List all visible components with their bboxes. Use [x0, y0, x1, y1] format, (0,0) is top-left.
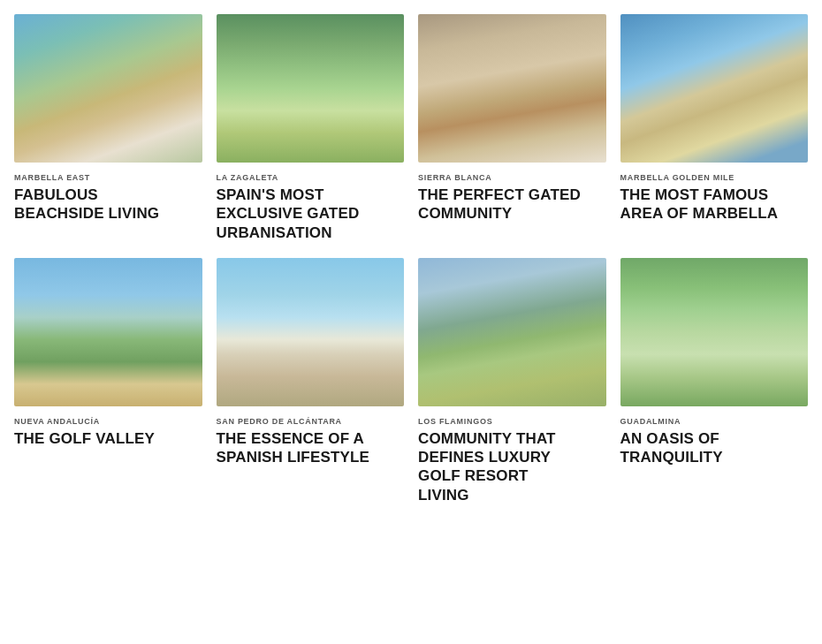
card-title-san-pedro: THE ESSENCE OF ASPANISH LIFESTYLE — [217, 429, 405, 467]
card-area-san-pedro: SAN PEDRO DE ALCÁNTARA — [217, 417, 405, 426]
card-marbella-east[interactable]: MARBELLA EASTFABULOUSBEACHSIDE LIVING — [14, 14, 202, 242]
card-guadalmina[interactable]: GUADALMINAAN OASIS OFTRANQUILITY — [620, 258, 809, 504]
card-la-zagaleta[interactable]: LA ZAGALETASPAIN'S MOSTEXCLUSIVE GATEDUR… — [217, 14, 405, 242]
card-image-los-flamingos — [418, 258, 606, 406]
card-text-la-zagaleta: LA ZAGALETASPAIN'S MOSTEXCLUSIVE GATEDUR… — [217, 171, 405, 242]
card-text-san-pedro: SAN PEDRO DE ALCÁNTARATHE ESSENCE OF ASP… — [217, 415, 405, 467]
card-area-marbella-golden-mile: MARBELLA GOLDEN MILE — [620, 173, 809, 182]
card-text-los-flamingos: LOS FLAMINGOSCOMMUNITY THATDEFINES LUXUR… — [418, 415, 606, 504]
card-title-guadalmina: AN OASIS OFTRANQUILITY — [620, 429, 809, 467]
card-image-nueva-andalucia — [14, 258, 202, 406]
card-area-marbella-east: MARBELLA EAST — [14, 173, 202, 182]
card-image-guadalmina — [620, 258, 809, 406]
property-grid: MARBELLA EASTFABULOUSBEACHSIDE LIVINGLA … — [14, 14, 808, 504]
card-text-guadalmina: GUADALMINAAN OASIS OFTRANQUILITY — [620, 415, 809, 467]
card-image-marbella-golden-mile — [620, 14, 809, 163]
card-nueva-andalucia[interactable]: NUEVA ANDALUCÍATHE GOLF VALLEY — [14, 258, 202, 504]
card-area-sierra-blanca: SIERRA BLANCA — [418, 173, 606, 182]
card-title-marbella-east: FABULOUSBEACHSIDE LIVING — [14, 186, 202, 224]
card-area-la-zagaleta: LA ZAGALETA — [217, 173, 405, 182]
card-area-los-flamingos: LOS FLAMINGOS — [418, 417, 606, 426]
card-title-nueva-andalucia: THE GOLF VALLEY — [14, 429, 202, 448]
card-text-marbella-east: MARBELLA EASTFABULOUSBEACHSIDE LIVING — [14, 171, 202, 224]
card-marbella-golden-mile[interactable]: MARBELLA GOLDEN MILETHE MOST FAMOUSAREA … — [620, 14, 809, 242]
card-image-marbella-east — [14, 14, 202, 163]
card-title-la-zagaleta: SPAIN'S MOSTEXCLUSIVE GATEDURBANISATION — [217, 186, 405, 242]
card-area-nueva-andalucia: NUEVA ANDALUCÍA — [14, 417, 202, 426]
card-title-marbella-golden-mile: THE MOST FAMOUSAREA OF MARBELLA — [620, 186, 809, 224]
card-text-sierra-blanca: SIERRA BLANCATHE PERFECT GATEDCOMMUNITY — [418, 171, 606, 224]
card-area-guadalmina: GUADALMINA — [620, 417, 809, 426]
card-image-la-zagaleta — [217, 14, 405, 163]
card-image-san-pedro — [217, 258, 405, 406]
card-text-nueva-andalucia: NUEVA ANDALUCÍATHE GOLF VALLEY — [14, 415, 202, 448]
card-title-sierra-blanca: THE PERFECT GATEDCOMMUNITY — [418, 186, 606, 224]
card-los-flamingos[interactable]: LOS FLAMINGOSCOMMUNITY THATDEFINES LUXUR… — [418, 258, 606, 504]
card-sierra-blanca[interactable]: SIERRA BLANCATHE PERFECT GATEDCOMMUNITY — [418, 14, 606, 242]
card-text-marbella-golden-mile: MARBELLA GOLDEN MILETHE MOST FAMOUSAREA … — [620, 171, 809, 224]
card-title-los-flamingos: COMMUNITY THATDEFINES LUXURYGOLF RESORTL… — [418, 429, 606, 504]
card-san-pedro[interactable]: SAN PEDRO DE ALCÁNTARATHE ESSENCE OF ASP… — [217, 258, 405, 504]
card-image-sierra-blanca — [418, 14, 606, 163]
